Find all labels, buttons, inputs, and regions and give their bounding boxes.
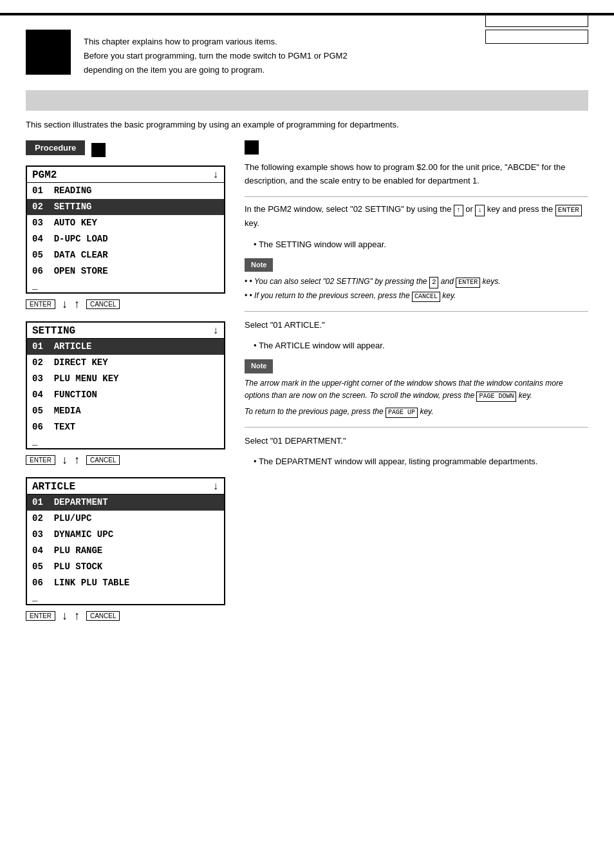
pgm2-row-2: 02 SETTING: [27, 199, 224, 215]
down-arrow-key[interactable]: ↓: [475, 205, 485, 216]
pgm2-row-4: 04 D-UPC LOAD: [27, 231, 224, 247]
article-cursor-row: _: [27, 591, 224, 604]
step-1-block: In the PGM2 window, select "02 SETTING" …: [245, 196, 588, 251]
chapter-icon: [26, 30, 71, 75]
pgm2-up-key[interactable]: ↑: [74, 297, 80, 311]
note-1-item-1: • You can also select "02 SETTING" by pr…: [245, 276, 588, 288]
setting-down-key[interactable]: ↓: [62, 453, 68, 467]
step-2-text: Select "01 ARTICLE.": [245, 318, 588, 332]
key-cancel-ref[interactable]: CANCEL: [412, 292, 440, 302]
article-row-2: 02 PLU/UPC: [27, 511, 224, 527]
article-title-row: ARTICLE ↓: [27, 478, 224, 495]
step-3-text: Select "01 DEPARTMENT.": [245, 434, 588, 448]
header-boxes: [485, 13, 588, 44]
article-row-3: 03 DYNAMIC UPC: [27, 527, 224, 543]
pgm2-title-row: PGM2 ↓: [27, 167, 224, 183]
article-down-key[interactable]: ↓: [62, 609, 68, 623]
setting-row-3: 03 PLU MENU KEY: [27, 371, 224, 387]
article-enter-key[interactable]: ENTER: [26, 611, 55, 621]
article-row-5: 05 PLU STOCK: [27, 559, 224, 575]
intro-line-3: depending on the item you are going to p…: [84, 63, 588, 77]
setting-title: SETTING: [32, 325, 75, 337]
step-3-bullet: • The DEPARTMENT window will appear, lis…: [245, 455, 588, 469]
setting-row-6: 06 TEXT: [27, 419, 224, 435]
key-enter-ref2[interactable]: ENTER: [456, 278, 480, 288]
note-1-badge: Note: [245, 258, 273, 272]
step-divider-2: [245, 427, 588, 428]
note-2-block: Note The arrow mark in the upper-right c…: [245, 359, 588, 418]
article-row-1: 01 DEPARTMENT: [27, 495, 224, 511]
note-2-text-2: To return to the previous page, press th…: [245, 406, 588, 418]
pgm2-row-3: 03 AUTO KEY: [27, 215, 224, 231]
right-section-icon: [245, 140, 259, 155]
article-title: ARTICLE: [32, 481, 75, 493]
step-divider-1: [245, 311, 588, 312]
note-2-badge: Note: [245, 359, 273, 373]
setting-cancel-key[interactable]: CANCEL: [86, 455, 120, 465]
procedure-header: Procedure: [26, 140, 225, 160]
article-cancel-key[interactable]: CANCEL: [86, 611, 120, 621]
left-column: Procedure PGM2 ↓ 01 READING 02 SETTING 0…: [26, 140, 225, 633]
page: This chapter explains how to program var…: [0, 0, 614, 868]
article-row-4: 04 PLU RANGE: [27, 543, 224, 559]
procedure-badge: Procedure: [26, 140, 85, 155]
pgm2-enter-key[interactable]: ENTER: [26, 299, 55, 309]
intro-paragraph: This section illustrates the basic progr…: [26, 118, 588, 131]
page-down-key-ref[interactable]: PAGE DOWN: [476, 392, 516, 402]
setting-key-row: ENTER ↓ ↑ CANCEL: [26, 453, 225, 467]
header-area: This chapter explains how to program var…: [26, 30, 588, 77]
setting-row-2: 02 DIRECT KEY: [27, 355, 224, 371]
note-1-list: • You can also select "02 SETTING" by pr…: [245, 276, 588, 302]
setting-arrow: ↓: [212, 325, 219, 337]
pgm2-arrow: ↓: [212, 169, 219, 181]
intro-line-2: Before you start programming, turn the m…: [84, 49, 588, 63]
right-column: The following example shows how to progr…: [245, 140, 588, 476]
note-1-block: Note • You can also select "02 SETTING" …: [245, 258, 588, 302]
main-content: Procedure PGM2 ↓ 01 READING 02 SETTING 0…: [26, 140, 588, 633]
pgm2-cancel-key[interactable]: CANCEL: [86, 299, 120, 309]
setting-row-1: 01 ARTICLE: [27, 339, 224, 355]
header-box-2: [485, 30, 588, 44]
setting-row-4: 04 FUNCTION: [27, 387, 224, 403]
setting-up-key[interactable]: ↑: [74, 453, 80, 467]
setting-row-5: 05 MEDIA: [27, 403, 224, 419]
page-up-key-ref[interactable]: PAGE UP: [386, 408, 418, 418]
setting-title-row: SETTING ↓: [27, 323, 224, 339]
pgm2-row-5: 05 DATA CLEAR: [27, 247, 224, 263]
article-row-6: 06 LINK PLU TABLE: [27, 575, 224, 591]
article-up-key[interactable]: ↑: [74, 609, 80, 623]
up-arrow-key[interactable]: ↑: [454, 205, 463, 216]
article-key-row: ENTER ↓ ↑ CANCEL: [26, 609, 225, 623]
note-1-item-2: • If you return to the previous screen, …: [245, 290, 588, 302]
setting-window: SETTING ↓ 01 ARTICLE 02 DIRECT KEY 03 PL…: [26, 321, 225, 449]
pgm2-title: PGM2: [32, 169, 57, 181]
key-2-ref[interactable]: 2: [429, 277, 439, 288]
setting-enter-key[interactable]: ENTER: [26, 455, 55, 465]
note-2-text-1: The arrow mark in the upper-right corner…: [245, 377, 588, 402]
section-bar: [26, 90, 588, 111]
pgm2-down-key[interactable]: ↓: [62, 297, 68, 311]
procedure-icon: [91, 143, 106, 157]
pgm2-key-row: ENTER ↓ ↑ CANCEL: [26, 297, 225, 311]
right-main-desc: The following example shows how to progr…: [245, 161, 588, 188]
step-2-bullet: • The ARTICLE window will appear.: [245, 339, 588, 353]
article-window: ARTICLE ↓ 01 DEPARTMENT 02 PLU/UPC 03 DY…: [26, 477, 225, 605]
enter-key-ref[interactable]: ENTER: [555, 205, 582, 216]
step-1-bullet: • The SETTING window will appear.: [245, 238, 588, 252]
header-box-1: [485, 13, 588, 27]
step-1-text: In the PGM2 window, select "02 SETTING" …: [245, 202, 588, 231]
pgm2-window: PGM2 ↓ 01 READING 02 SETTING 03 AUTO KEY…: [26, 165, 225, 294]
pgm2-row-1: 01 READING: [27, 183, 224, 199]
setting-cursor-row: _: [27, 435, 224, 448]
pgm2-cursor-row: _: [27, 279, 224, 292]
article-arrow: ↓: [212, 481, 219, 493]
pgm2-row-6: 06 OPEN STORE: [27, 263, 224, 279]
step-2-block: Select "01 ARTICLE." • The ARTICLE windo…: [245, 318, 588, 353]
step-3-block: Select "01 DEPARTMENT." • The DEPARTMENT…: [245, 434, 588, 469]
